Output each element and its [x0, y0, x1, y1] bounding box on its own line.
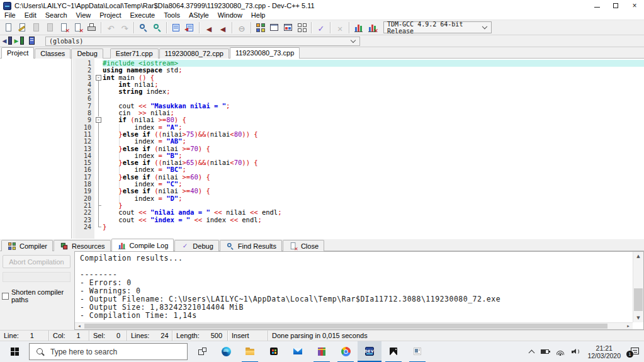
menu-help[interactable]: Help — [247, 11, 270, 20]
restore-button[interactable] — [606, 0, 625, 11]
scroll-down-icon[interactable]: ▼ — [633, 314, 643, 322]
compile-button[interactable] — [254, 21, 268, 35]
rebuild-all-button[interactable] — [295, 21, 309, 35]
code-line-23[interactable]: 23 cout << "index = " << index << endl; — [76, 217, 644, 223]
goto-function-button[interactable]: ◀ — [183, 21, 197, 35]
code-text: if (nilai >=80) { — [103, 116, 644, 123]
editor-tab-ester71-cpp[interactable]: Ester71.cpp — [110, 48, 159, 59]
close-button[interactable]: × — [625, 0, 644, 11]
bottom-tab-close[interactable]: ✕Close — [283, 240, 324, 251]
taskbar-task-view[interactable] — [190, 341, 214, 362]
tab-project[interactable]: Project — [1, 47, 34, 59]
action-center-icon[interactable]: 1 — [629, 348, 639, 356]
project-tree-panel[interactable] — [0, 59, 72, 239]
minimize-button[interactable] — [587, 0, 606, 11]
taskbar-chrome[interactable] — [334, 341, 358, 362]
log-line: - Errors: 0 — [80, 279, 633, 287]
profile-analysis-button[interactable] — [352, 21, 366, 35]
line-number: 12 — [76, 138, 94, 145]
log-horizontal-scrollbar[interactable]: ◂ ▸ — [75, 322, 633, 329]
taskbar-file-explorer[interactable] — [238, 341, 262, 362]
code-line-2[interactable]: 2using namespace std; — [76, 67, 644, 74]
line-number: 11 — [76, 131, 94, 138]
jump-back-button[interactable]: ◀ — [2, 35, 14, 47]
tray-expand-icon[interactable] — [529, 349, 535, 356]
menu-view[interactable]: View — [72, 11, 96, 20]
code-line-20[interactable]: 20 index = "D"; — [76, 195, 644, 202]
taskbar-edge[interactable] — [214, 341, 238, 362]
fold-toggle-icon[interactable]: - — [94, 74, 103, 81]
network-icon[interactable] — [556, 348, 565, 355]
jump-forward-button[interactable]: ▶ — [14, 35, 26, 47]
goto-line-button[interactable] — [169, 21, 183, 35]
menu-astyle[interactable]: AStyle — [184, 11, 213, 20]
volume-icon[interactable] — [572, 348, 580, 355]
bottom-tab-compiler[interactable]: Compiler — [1, 240, 53, 251]
new-file-icon — [4, 23, 14, 33]
menu-execute[interactable]: Execute — [125, 11, 159, 20]
tab-label: Find Results — [238, 242, 276, 250]
scroll-up-icon[interactable]: ▲ — [633, 252, 643, 261]
new-file-button[interactable] — [2, 21, 16, 35]
start-button[interactable] — [0, 341, 29, 362]
scroll-right-icon[interactable]: ▸ — [624, 323, 633, 329]
editor-tab-119230080-72-cpp[interactable]: 119230080_72.cpp — [159, 48, 229, 59]
menu-search[interactable]: Search — [41, 11, 72, 20]
shorten-paths-row[interactable]: Shorten compiler paths — [2, 288, 74, 303]
battery-icon[interactable] — [541, 349, 549, 354]
compile-log-output[interactable]: Compilation results... --------- Errors:… — [74, 251, 644, 330]
taskbar-store[interactable] — [262, 341, 286, 362]
menu-file[interactable]: File — [0, 11, 20, 20]
taskbar-photos[interactable] — [381, 341, 405, 362]
menu-tools[interactable]: Tools — [159, 11, 184, 20]
print-button[interactable] — [85, 21, 99, 35]
globals-select[interactable]: (globals) — [45, 37, 360, 46]
fold-gutter — [94, 166, 103, 173]
taskbar-dev-cpp[interactable]: DEV — [358, 341, 381, 362]
run-button[interactable] — [268, 21, 281, 35]
find-button[interactable] — [137, 21, 150, 35]
code-line-5[interactable]: 5 string index; — [76, 88, 644, 95]
dev-cpp-icon: DEV — [364, 346, 375, 357]
replace-button[interactable] — [150, 21, 164, 35]
file-explorer-icon — [245, 346, 256, 357]
shorten-paths-checkbox[interactable] — [2, 293, 9, 300]
taskbar-clock[interactable]: 21:21 12/03/2020 — [587, 344, 621, 359]
tab-debug[interactable]: Debug — [71, 48, 103, 59]
bottom-tab-find-results[interactable]: Find Results — [220, 240, 282, 251]
open-file-button[interactable] — [16, 21, 30, 35]
log-line: - Compilation Time: 1,14s — [80, 312, 633, 320]
fold-toggle-icon[interactable]: - — [94, 116, 103, 123]
code-line-24[interactable]: 24} — [76, 223, 644, 230]
compiler-select[interactable]: TDM-GCC 4.9.2 64-bit Release — [383, 21, 492, 33]
menu-project[interactable]: Project — [95, 11, 125, 20]
code-editor[interactable]: 1#include <iostream>2using namespace std… — [76, 59, 644, 239]
delete-profiling-button[interactable]: ✕ — [366, 21, 380, 35]
compile-run-button[interactable] — [281, 21, 295, 35]
horizontal-scroll-thumb[interactable] — [84, 324, 607, 329]
taskbar-winrar[interactable] — [310, 341, 334, 362]
bookmarks-button[interactable] — [26, 35, 38, 47]
bottom-tab-resources[interactable]: Resources — [54, 240, 111, 251]
code-line-3[interactable]: 3-int main () { — [76, 74, 644, 81]
bottom-tab-compile-log[interactable]: Compile Log — [111, 239, 174, 251]
abort-compilation-button[interactable]: Abort Compilation — [3, 255, 71, 268]
taskbar-mail[interactable] — [286, 341, 310, 362]
abort-button: ✕ — [333, 21, 347, 35]
editor-tab-119230080-73-cpp[interactable]: 119230080_73.cpp — [230, 47, 300, 59]
close-all-button[interactable]: ✕ — [71, 21, 85, 35]
close-file-button[interactable]: ✕ — [57, 21, 71, 35]
syntax-check-button[interactable]: ✓ — [314, 21, 328, 35]
taskbar-white-app[interactable] — [405, 341, 429, 362]
log-chart-icon — [118, 241, 127, 250]
tab-classes[interactable]: Classes — [35, 48, 71, 59]
resources-icon — [60, 242, 69, 251]
scroll-left-icon[interactable]: ◂ — [75, 323, 84, 329]
bottom-tab-debug[interactable]: ✓Debug — [174, 240, 218, 251]
menu-window[interactable]: Window — [213, 11, 247, 20]
compile-icon — [256, 23, 266, 33]
menu-edit[interactable]: Edit — [20, 11, 41, 20]
log-vertical-scrollbar[interactable]: ▲ ▼ — [633, 252, 643, 322]
taskbar-search-input[interactable]: Type here to search — [29, 343, 188, 360]
vertical-scroll-thumb[interactable] — [634, 288, 643, 311]
